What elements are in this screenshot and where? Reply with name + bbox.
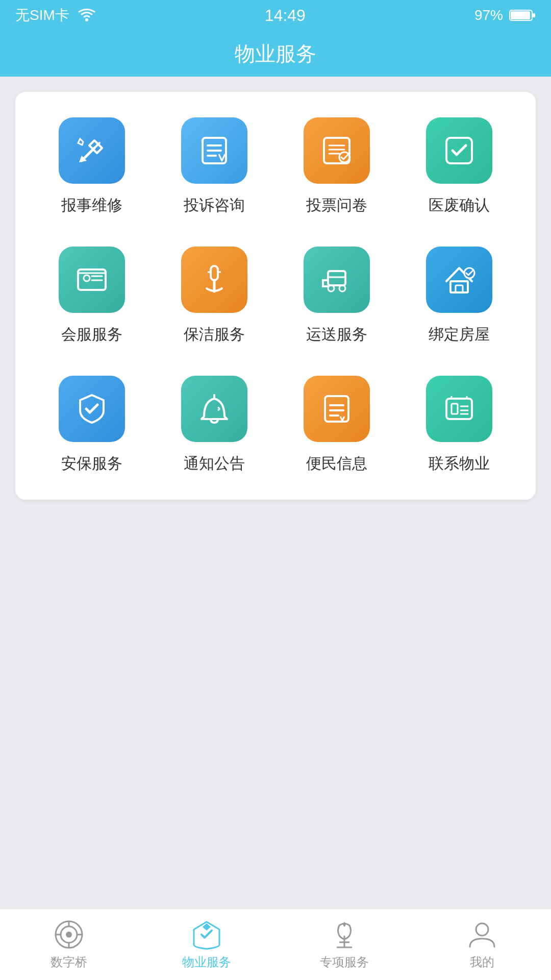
svg-rect-24	[328, 271, 345, 285]
security-icon	[74, 391, 110, 427]
medical-icon	[441, 133, 477, 168]
medical-label: 医废确认	[429, 195, 490, 216]
page-title: 物业服务	[235, 40, 316, 68]
repair-icon	[74, 133, 110, 168]
property-service-icon	[191, 919, 222, 950]
status-right: 97%	[474, 7, 536, 23]
house-icon	[441, 262, 477, 298]
contact-label: 联系物业	[429, 453, 490, 474]
svg-rect-29	[456, 285, 463, 292]
service-item-house[interactable]: 绑定房屋	[403, 247, 515, 345]
service-item-complaint[interactable]: 投诉咨询	[158, 117, 270, 216]
status-bar: 无SIM卡 14:49 97%	[0, 0, 551, 31]
notice-icon-bg	[181, 376, 247, 442]
svg-rect-37	[452, 404, 458, 414]
security-label: 安保服务	[61, 453, 122, 474]
svg-point-53	[476, 923, 488, 936]
meeting-icon-bg	[59, 247, 125, 313]
network-status: 无SIM卡	[15, 6, 69, 25]
medical-icon-bg	[426, 117, 492, 184]
clean-label: 保洁服务	[184, 324, 245, 345]
service-item-security[interactable]: 安保服务	[36, 376, 148, 474]
nav-label-property: 物业服务	[182, 954, 231, 970]
nav-label-mine: 我的	[470, 954, 494, 970]
complaint-icon-bg	[181, 117, 247, 184]
repair-icon-bg	[59, 117, 125, 184]
delivery-label: 运送服务	[306, 324, 367, 345]
nav-item-property[interactable]: 物业服务	[138, 919, 276, 970]
delivery-icon-bg	[304, 247, 370, 313]
mine-icon	[467, 919, 497, 950]
complaint-icon	[196, 133, 232, 168]
svg-point-16	[84, 275, 90, 281]
vote-icon-bg	[304, 117, 370, 184]
status-time: 14:49	[265, 6, 306, 25]
svg-point-45	[66, 932, 72, 938]
service-grid: 报事维修 投诉咨询	[36, 117, 515, 474]
service-item-info[interactable]: 便民信息	[281, 376, 393, 474]
special-service-icon	[329, 919, 360, 950]
nav-item-special[interactable]: 专项服务	[276, 919, 413, 970]
svg-rect-9	[324, 138, 349, 163]
info-label: 便民信息	[306, 453, 367, 474]
security-icon-bg	[59, 376, 125, 442]
svg-rect-3	[533, 13, 535, 17]
house-label: 绑定房屋	[429, 324, 490, 345]
wifi-icon	[78, 8, 96, 22]
svg-rect-2	[511, 11, 530, 19]
status-left: 无SIM卡	[15, 6, 96, 25]
info-icon-bg	[304, 376, 370, 442]
nav-item-mine[interactable]: 我的	[413, 919, 551, 970]
house-icon-bg	[426, 247, 492, 313]
contact-icon-bg	[426, 376, 492, 442]
info-icon	[319, 391, 355, 427]
service-item-repair[interactable]: 报事维修	[36, 117, 148, 216]
main-content: 报事维修 投诉咨询	[0, 77, 551, 515]
svg-rect-32	[325, 396, 348, 422]
service-item-clean[interactable]: 保洁服务	[158, 247, 270, 345]
battery-icon	[509, 9, 536, 22]
vote-label: 投票问卷	[306, 195, 367, 216]
svg-rect-20	[211, 266, 218, 280]
digital-bridge-icon	[54, 919, 84, 950]
nav-label-special: 专项服务	[320, 954, 369, 970]
service-item-notice[interactable]: 通知公告	[158, 376, 270, 474]
nav-label-digital: 数字桥	[51, 954, 87, 970]
meeting-label: 会服服务	[61, 324, 122, 345]
nav-item-digital[interactable]: 数字桥	[0, 919, 138, 970]
notice-icon	[196, 391, 232, 427]
svg-rect-28	[450, 281, 468, 292]
page-header: 物业服务	[0, 31, 551, 77]
service-item-delivery[interactable]: 运送服务	[281, 247, 393, 345]
meeting-icon	[74, 262, 110, 298]
service-item-vote[interactable]: 投票问卷	[281, 117, 393, 216]
service-item-medical[interactable]: 医废确认	[403, 117, 515, 216]
svg-line-4	[84, 143, 99, 158]
service-item-contact[interactable]: 联系物业	[403, 376, 515, 474]
notice-label: 通知公告	[184, 453, 245, 474]
complaint-label: 投诉咨询	[184, 195, 245, 216]
contact-icon	[441, 391, 477, 427]
svg-rect-36	[446, 399, 472, 419]
service-item-meeting[interactable]: 会服服务	[36, 247, 148, 345]
vote-icon	[319, 133, 355, 168]
clean-icon	[196, 262, 232, 298]
bottom-nav: 数字桥 物业服务 专项服务 我的	[0, 909, 551, 980]
battery-percent: 97%	[474, 7, 503, 23]
delivery-icon	[319, 262, 355, 298]
clean-icon-bg	[181, 247, 247, 313]
svg-point-0	[85, 18, 88, 21]
repair-label: 报事维修	[61, 195, 122, 216]
service-card: 报事维修 投诉咨询	[15, 92, 536, 500]
